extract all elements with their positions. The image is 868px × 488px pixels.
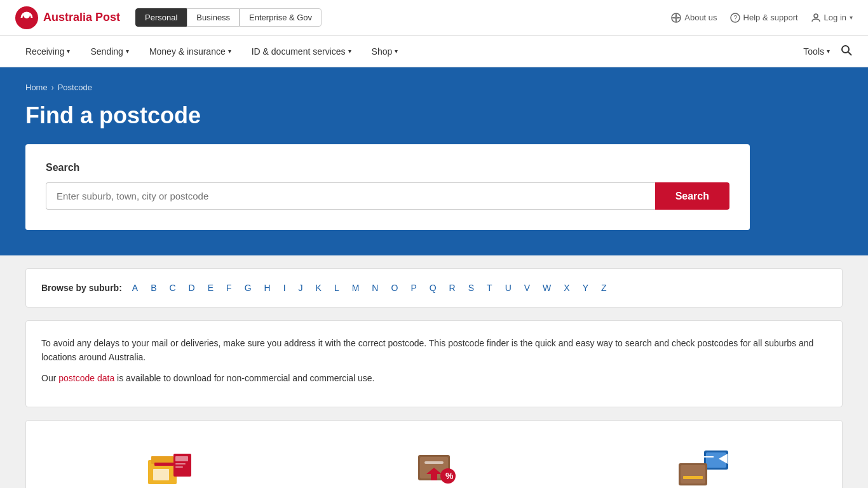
info-section: To avoid any delays to your mail or deli… (25, 320, 843, 407)
top-navigation: Australia Post Personal Business Enterpr… (0, 0, 868, 36)
about-us-link[interactable]: About us (671, 13, 717, 23)
main-navigation: Receiving ▾ Sending ▾ Money & insurance … (0, 36, 868, 67)
search-card: Search Search (25, 144, 750, 230)
search-label: Search (46, 162, 729, 173)
browse-letter-f[interactable]: F (224, 281, 234, 294)
search-button[interactable]: Search (655, 182, 729, 210)
search-icon (840, 44, 853, 57)
svg-point-5 (814, 14, 818, 18)
browse-letter-a[interactable]: A (130, 281, 140, 294)
svg-point-1 (24, 12, 30, 18)
tab-business[interactable]: Business (187, 8, 240, 27)
page-title: Find a postcode (25, 102, 843, 129)
help-link[interactable]: ? Help & support (730, 13, 798, 23)
chevron-down-icon: ▾ (228, 48, 231, 55)
help-icon: ? (730, 13, 740, 23)
browse-letter-m[interactable]: M (349, 281, 362, 294)
browse-row: Browse by suburb: A B C D E F G H I J K … (41, 281, 827, 294)
promo-card-sending: % Great deals on sending > Save more whe… (308, 441, 560, 488)
svg-rect-27 (683, 476, 703, 479)
user-icon (811, 13, 821, 23)
svg-rect-10 (154, 463, 173, 466)
breadcrumb-current: Postcode (58, 83, 92, 92)
promo-section: Buy prepaid packaging > Check out our ra… (25, 420, 843, 488)
breadcrumb-home[interactable]: Home (25, 83, 48, 92)
chevron-down-icon: ▾ (67, 48, 70, 55)
logo[interactable]: Australia Post (15, 6, 120, 29)
nav-shop[interactable]: Shop ▾ (362, 36, 409, 67)
browse-letter-u[interactable]: U (503, 281, 514, 294)
chevron-down-icon: ▾ (850, 14, 853, 21)
browse-letter-b[interactable]: B (148, 281, 159, 294)
search-row: Search (46, 182, 729, 210)
browse-letter-z[interactable]: Z (599, 281, 609, 294)
nav-money-insurance[interactable]: Money & insurance ▾ (139, 36, 241, 67)
browse-letter-y[interactable]: Y (580, 281, 591, 294)
promo-card-packaging: Buy prepaid packaging > Check out our ra… (41, 441, 293, 488)
browse-letter-s[interactable]: S (466, 281, 477, 294)
svg-rect-19 (424, 461, 444, 464)
tab-personal[interactable]: Personal (135, 8, 187, 27)
nav-sending[interactable]: Sending ▾ (80, 36, 139, 67)
browse-label: Browse by suburb: (41, 283, 122, 293)
brand-name: Australia Post (43, 11, 120, 24)
browse-letter-j[interactable]: J (296, 281, 306, 294)
promo-img-sending: % (402, 441, 466, 488)
main-nav-right: Tools ▾ (803, 44, 853, 58)
browse-letter-k[interactable]: K (313, 281, 324, 294)
login-link[interactable]: Log in ▾ (811, 13, 853, 23)
browse-letter-w[interactable]: W (540, 281, 553, 294)
browse-section: Browse by suburb: A B C D E F G H I J K … (25, 268, 843, 308)
browse-letter-r[interactable]: R (447, 281, 458, 294)
svg-rect-13 (175, 456, 188, 461)
browse-letter-l[interactable]: L (332, 281, 342, 294)
promo-card-online: Sell & send online > Get everything you … (575, 441, 827, 488)
svg-rect-15 (175, 466, 183, 468)
svg-rect-14 (175, 463, 186, 464)
postcode-data-link[interactable]: postcode data (58, 373, 114, 383)
browse-letter-x[interactable]: X (561, 281, 572, 294)
promo-grid: Buy prepaid packaging > Check out our ra… (41, 441, 827, 488)
browse-letter-e[interactable]: E (205, 281, 216, 294)
main-nav-items: Receiving ▾ Sending ▾ Money & insurance … (15, 36, 803, 67)
browse-letter-o[interactable]: O (388, 281, 400, 294)
chevron-down-icon: ▾ (348, 48, 351, 55)
browse-letter-d[interactable]: D (186, 281, 198, 294)
chevron-down-icon: ▾ (395, 48, 398, 55)
svg-point-6 (842, 46, 849, 53)
browse-letter-i[interactable]: I (281, 281, 288, 294)
nav-id-document[interactable]: ID & document services ▾ (241, 36, 362, 67)
info-paragraph: To avoid any delays to your mail or deli… (41, 336, 827, 365)
browse-letter-t[interactable]: T (484, 281, 495, 294)
promo-img-online (669, 441, 733, 488)
content-area: Browse by suburb: A B C D E F G H I J K … (0, 268, 868, 488)
promo-img-packaging (135, 441, 199, 488)
browse-letter-q[interactable]: Q (427, 281, 439, 294)
tab-enterprise[interactable]: Enterprise & Gov (240, 8, 322, 27)
chevron-down-icon: ▾ (126, 48, 129, 55)
breadcrumb-separator: › (51, 83, 54, 92)
browse-letter-p[interactable]: P (408, 281, 419, 294)
browse-letter-g[interactable]: G (242, 281, 254, 294)
top-right-links: About us ? Help & support Log in ▾ (671, 13, 853, 23)
globe-icon (671, 13, 681, 23)
hero-banner: Home › Postcode Find a postcode Search S… (0, 67, 868, 255)
search-input[interactable] (46, 182, 655, 210)
breadcrumb: Home › Postcode (25, 83, 843, 92)
tools-link[interactable]: Tools ▾ (803, 46, 830, 57)
chevron-down-icon: ▾ (827, 48, 830, 55)
svg-rect-26 (681, 465, 705, 484)
browse-letter-h[interactable]: H (262, 281, 273, 294)
browse-letter-v[interactable]: V (522, 281, 532, 294)
nav-receiving[interactable]: Receiving ▾ (15, 36, 80, 67)
svg-rect-11 (153, 469, 169, 480)
svg-text:%: % (445, 471, 454, 481)
audience-tabs: Personal Business Enterprise & Gov (135, 8, 322, 27)
svg-text:?: ? (733, 15, 737, 22)
browse-letter-c[interactable]: C (166, 281, 178, 294)
search-icon-button[interactable] (840, 44, 853, 58)
browse-letter-n[interactable]: N (369, 281, 381, 294)
info-link-paragraph: Our postcode data is available to downlo… (41, 371, 827, 385)
logo-icon (15, 6, 38, 29)
svg-line-7 (848, 52, 851, 55)
